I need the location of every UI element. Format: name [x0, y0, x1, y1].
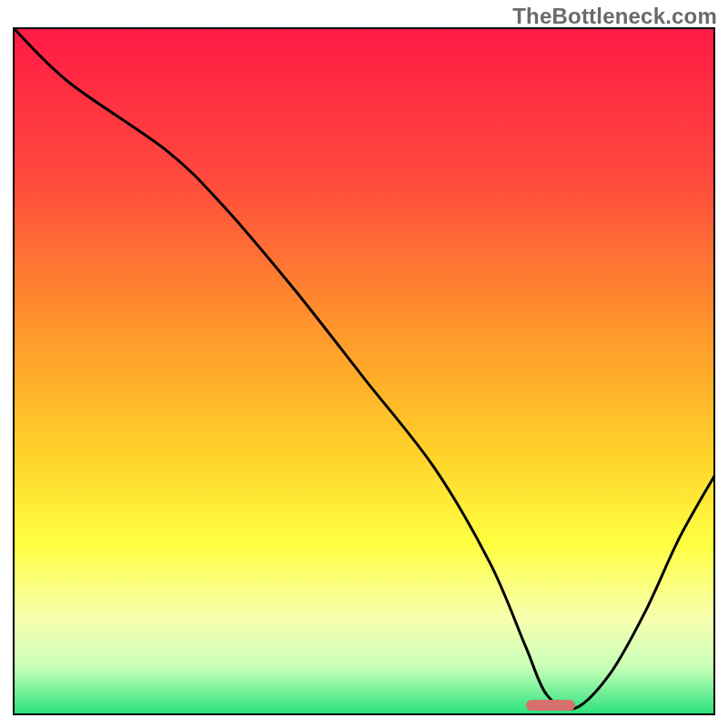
watermark-text: TheBottleneck.com [512, 4, 717, 29]
optimal-marker [526, 700, 575, 711]
chart-root: { "watermark": "TheBottleneck.com", "cha… [0, 0, 728, 728]
chart-svg [13, 27, 715, 715]
plot-area [13, 27, 715, 715]
gradient-background [13, 27, 715, 715]
